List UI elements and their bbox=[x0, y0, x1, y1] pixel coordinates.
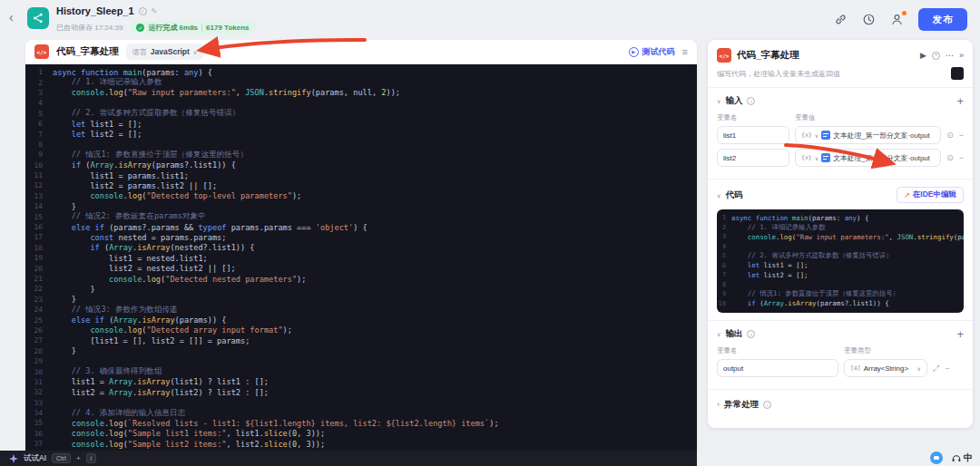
input-row: {x} ∨ 文本处理_第二部分文案·output ⊙ − bbox=[717, 149, 964, 167]
line-text: // 1. 详细记录输入参数 bbox=[53, 77, 162, 88]
reference-type-icon: {x} bbox=[801, 154, 812, 161]
add-output-button[interactable]: + bbox=[956, 328, 964, 340]
output-name-input[interactable] bbox=[717, 359, 838, 377]
line-number: 20 bbox=[25, 265, 53, 273]
workflow-meta: History_Sleep_1 i ✎ 已自动保存 17:24:39 ✓ 运行完… bbox=[56, 4, 256, 34]
line-number: 12 bbox=[25, 181, 53, 189]
text-node-icon bbox=[821, 131, 830, 140]
collapse-chevron-icon[interactable]: ∨ bbox=[717, 192, 720, 199]
code-line: 1async function main(params: any) { bbox=[25, 67, 697, 77]
line-number: 36 bbox=[25, 430, 53, 438]
line-text: if (Array.isArray(nested?.list1)) { bbox=[53, 243, 255, 252]
toggle-visibility-icon[interactable]: ⊙ bbox=[946, 153, 954, 162]
help-icon[interactable]: ? bbox=[932, 52, 940, 60]
toggle-visibility-icon[interactable]: ⊙ bbox=[946, 131, 954, 140]
remove-row-icon[interactable]: − bbox=[959, 153, 964, 162]
add-input-button[interactable]: + bbox=[956, 95, 964, 107]
line-text: list2 = params.list2 || []; bbox=[53, 181, 217, 190]
collapse-chevron-icon[interactable]: ∨ bbox=[717, 98, 720, 104]
edit-in-ide-button[interactable]: ↗ 在IDE中编辑 bbox=[897, 187, 964, 203]
line-text: // 2. 尝试多种方式提取参数（修复括号错误） bbox=[731, 251, 893, 260]
chat-bubble-icon[interactable] bbox=[930, 451, 943, 464]
code-node-icon: </> bbox=[34, 44, 49, 59]
run-node-icon[interactable]: ▶ bbox=[920, 51, 926, 60]
topbar: ‹ History_Sleep_1 i ✎ 已自动保存 17:24:39 ✓ 运… bbox=[0, 0, 980, 38]
language-selector[interactable]: 语言 JavaScript ∨ bbox=[126, 44, 203, 60]
code-line: 27 [list1 = [], list2 = []] = params; bbox=[25, 335, 697, 345]
code-line: 1async function main(params: any) { bbox=[717, 213, 964, 223]
line-text: } bbox=[53, 285, 95, 294]
code-line: 24 // 情况3: 参数作为数组传递 bbox=[25, 305, 697, 315]
info-icon: i bbox=[747, 97, 755, 105]
chevron-down-icon: ∨ bbox=[815, 155, 818, 161]
kbd-plus: + bbox=[76, 454, 81, 462]
collapse-chevron-icon[interactable]: ∨ bbox=[717, 331, 720, 337]
line-number: 1 bbox=[717, 214, 731, 221]
history-clock-icon[interactable] bbox=[862, 13, 877, 27]
publish-button[interactable]: 发布 bbox=[918, 8, 967, 31]
editor-title: 代码_字幕处理 bbox=[56, 45, 119, 58]
run-status-badge: ✓ 运行完成 6m8s 6179 Tokens bbox=[130, 21, 255, 34]
collaborators-icon[interactable] bbox=[890, 13, 905, 27]
variable-value-selector[interactable]: {x} ∨ 文本处理_第二部分文案·output bbox=[795, 149, 941, 167]
code-editor[interactable]: 1async function main(params: any) {2 // … bbox=[25, 64, 697, 451]
variable-name-input[interactable] bbox=[717, 126, 789, 144]
code-section-title: 代码 bbox=[725, 189, 742, 201]
line-text: console.log("Sample list2 items:", list2… bbox=[53, 440, 325, 449]
code-line: 9 // 情况1: 参数直接位于顶层（修复这里的括号） bbox=[717, 289, 964, 299]
line-text: } bbox=[53, 346, 76, 355]
info-icon: i bbox=[747, 330, 755, 338]
code-line: 6 let list1 = []; bbox=[717, 261, 964, 271]
line-number: 4 bbox=[717, 243, 731, 250]
line-text: // 1. 详细记录输入参数 bbox=[731, 223, 826, 232]
line-number: 30 bbox=[25, 368, 53, 376]
line-number: 6 bbox=[717, 262, 731, 269]
output-type-selector[interactable]: [≡] Array<String> ∨ bbox=[844, 359, 927, 377]
variable-value-selector[interactable]: {x} ∨ 文本处理_第一部分文案·output bbox=[795, 126, 941, 144]
edit-title-icon[interactable]: ✎ bbox=[152, 7, 158, 15]
info-icon[interactable]: i bbox=[139, 7, 147, 15]
line-number: 8 bbox=[25, 141, 53, 149]
remove-row-icon[interactable]: − bbox=[945, 364, 949, 373]
remove-row-icon[interactable]: − bbox=[959, 131, 964, 140]
collapse-panel-icon[interactable]: » bbox=[959, 51, 964, 60]
ai-label: 试试AI bbox=[24, 453, 46, 464]
line-number: 14 bbox=[25, 202, 53, 210]
exception-section-title: 异常处理 bbox=[724, 399, 759, 411]
node-config-panel: </> 代码_字幕处理 ▶ ? ⋯ » 编写代码，处理输入变量来生成返回值 ∨ … bbox=[708, 40, 973, 428]
line-number: 10 bbox=[25, 161, 53, 170]
variable-name-input[interactable] bbox=[717, 149, 789, 167]
expand-chevron-icon[interactable]: › bbox=[717, 401, 720, 409]
expand-icon[interactable]: ⤢ bbox=[933, 364, 939, 374]
input-row: {x} ∨ 文本处理_第一部分文案·output ⊙ − bbox=[717, 126, 964, 144]
code-node-icon: </> bbox=[717, 48, 731, 63]
line-number: 7 bbox=[25, 131, 53, 139]
code-preview[interactable]: 1async function main(params: any) {2 // … bbox=[717, 209, 964, 313]
line-number: 23 bbox=[25, 296, 53, 304]
column-variable-name: 变量名 bbox=[717, 113, 795, 122]
ime-indicator[interactable]: 中 bbox=[951, 451, 973, 464]
line-text: // 4. 添加详细的输入信息日志 bbox=[53, 408, 185, 419]
code-line: 14 } bbox=[25, 201, 697, 211]
node-thumbnail[interactable] bbox=[951, 67, 964, 80]
inspector-subtitle: 编写代码，处理输入变量来生成返回值 bbox=[717, 69, 840, 79]
notification-dot bbox=[902, 11, 906, 15]
code-line: 8 bbox=[717, 280, 964, 290]
test-code-button[interactable]: ▶ 测试代码 bbox=[629, 46, 675, 58]
code-line: 7 let list2 = []; bbox=[717, 270, 964, 280]
ai-sparkle-icon bbox=[9, 454, 18, 463]
back-button[interactable]: ‹ bbox=[9, 10, 14, 24]
output-type-value: Array<String> bbox=[864, 364, 915, 373]
line-text: console.log("Sample list1 items:", list1… bbox=[53, 429, 325, 438]
line-text: let list1 = []; bbox=[731, 261, 808, 269]
editor-menu-icon[interactable]: ≡ bbox=[682, 46, 688, 57]
ai-assist-bar[interactable]: 试试AI Ctrl + i bbox=[0, 451, 697, 466]
share-link-icon[interactable] bbox=[834, 13, 848, 27]
more-options-icon[interactable]: ⋯ bbox=[946, 51, 954, 60]
line-number: 15 bbox=[25, 213, 53, 221]
line-text: let list2 = []; bbox=[731, 271, 808, 279]
headset-icon bbox=[951, 452, 962, 463]
code-line: 8 bbox=[25, 140, 697, 150]
line-text: list1 = nested.list1; bbox=[53, 254, 208, 263]
inspector-subtitle-row: 编写代码，处理输入变量来生成返回值 bbox=[708, 67, 973, 88]
